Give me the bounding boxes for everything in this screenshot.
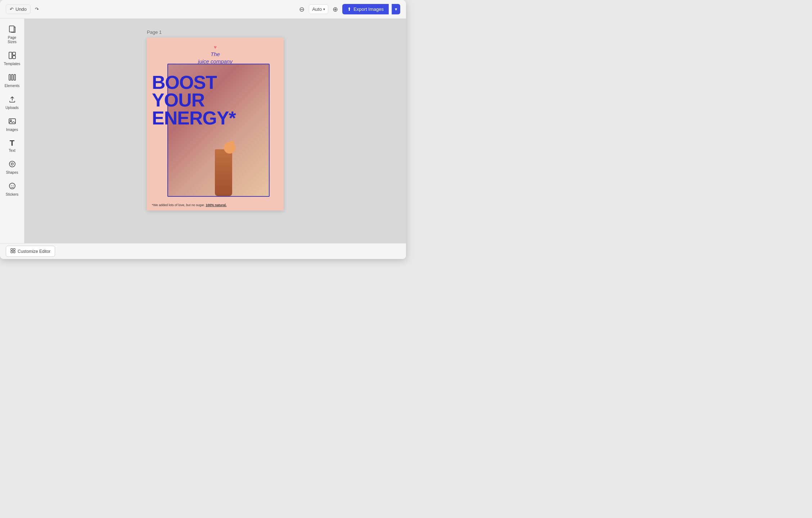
sidebar-label-elements: Elements (5, 84, 20, 88)
svg-rect-16 (11, 251, 13, 253)
sidebar-label-uploads: Uploads (5, 106, 19, 110)
canvas-footnote: *We added lots of love, but no sugar. 10… (152, 203, 279, 207)
svg-rect-17 (13, 251, 15, 253)
sidebar-item-shapes[interactable]: Shapes (1, 157, 23, 178)
stickers-icon (8, 182, 16, 191)
sidebar-item-text[interactable]: T Text (1, 136, 23, 156)
headline-line1: BOOST (152, 74, 236, 91)
toolbar-right: ⊖ Auto ▾ ⊕ ⬆ Export Images ▾ (298, 4, 400, 15)
heart-icon: ♥ (147, 44, 284, 50)
sidebar-label-shapes: Shapes (6, 171, 18, 175)
sidebar-item-templates[interactable]: Templates (1, 49, 23, 69)
svg-point-9 (9, 161, 15, 167)
canvas-area[interactable]: Page 1 ♥ The juice company (24, 19, 406, 243)
svg-rect-3 (13, 56, 15, 59)
design-canvas[interactable]: ♥ The juice company (147, 38, 284, 210)
redo-icon: ↷ (35, 6, 39, 12)
brand-line1: The (147, 51, 284, 58)
footnote-bold: 100% natural. (206, 203, 226, 207)
svg-rect-5 (12, 74, 13, 80)
sidebar-item-images[interactable]: Images (1, 114, 23, 135)
elements-icon (8, 73, 16, 82)
sidebar-label-text: Text (9, 149, 15, 153)
svg-rect-14 (11, 249, 13, 250)
sidebar-item-stickers[interactable]: Stickers (1, 179, 23, 200)
svg-point-13 (13, 185, 13, 186)
canvas-logo: ♥ The juice company (147, 38, 284, 65)
sidebar-label-page-sizes: Page Sizes (4, 36, 21, 44)
footnote-normal: *We added lots of love, but no sugar. (152, 203, 206, 207)
export-dropdown-button[interactable]: ▾ (392, 4, 400, 14)
undo-button[interactable]: ↶ Undo (6, 4, 31, 14)
shapes-icon (8, 160, 16, 169)
zoom-in-icon: ⊕ (333, 6, 338, 13)
toolbar: ↶ Undo ↷ ⊖ Auto ▾ ⊕ ⬆ Export Images ▾ (0, 0, 406, 19)
svg-rect-6 (14, 74, 15, 80)
images-icon (8, 117, 16, 126)
svg-rect-0 (9, 26, 14, 32)
customize-label: Customize Editor (18, 249, 50, 254)
sidebar: Page Sizes Templates Elements (0, 19, 24, 243)
page-sizes-icon (8, 25, 16, 34)
zoom-selector[interactable]: Auto ▾ (309, 4, 328, 14)
uploads-icon (8, 95, 16, 104)
zoom-out-button[interactable]: ⊖ (298, 4, 306, 15)
export-label: Export Images (353, 6, 384, 12)
bottom-bar: Customize Editor (0, 243, 406, 259)
zoom-dropdown-icon: ▾ (323, 7, 325, 11)
export-button[interactable]: ⬆ Export Images (342, 4, 389, 14)
canvas-headline: BOOST YOUR ENERGY* (152, 74, 236, 127)
text-icon: T (10, 139, 14, 147)
svg-rect-2 (13, 52, 15, 55)
canvas-wrapper: Page 1 ♥ The juice company (147, 29, 284, 210)
sidebar-label-images: Images (6, 128, 18, 132)
redo-button[interactable]: ↷ (32, 5, 42, 14)
templates-icon (8, 51, 16, 60)
zoom-in-button[interactable]: ⊕ (331, 4, 339, 15)
svg-rect-4 (9, 74, 10, 80)
zoom-out-icon: ⊖ (299, 6, 304, 13)
customize-editor-button[interactable]: Customize Editor (6, 246, 55, 257)
svg-point-12 (11, 185, 12, 186)
sidebar-label-stickers: Stickers (6, 192, 19, 197)
svg-rect-1 (9, 52, 12, 59)
sidebar-item-elements[interactable]: Elements (1, 71, 23, 91)
sidebar-label-templates: Templates (4, 62, 21, 66)
undo-icon: ↶ (10, 6, 14, 12)
svg-rect-7 (9, 119, 15, 124)
toolbar-left: ↶ Undo ↷ (6, 4, 42, 14)
export-dropdown-icon: ▾ (395, 6, 397, 12)
svg-point-10 (11, 163, 13, 165)
zoom-value: Auto (312, 6, 322, 12)
headline-line3: ENERGY* (152, 109, 236, 127)
headline-line2: YOUR (152, 91, 236, 109)
sidebar-item-page-sizes[interactable]: Page Sizes (1, 22, 23, 47)
sidebar-item-uploads[interactable]: Uploads (1, 92, 23, 113)
main-area: Page Sizes Templates Elements (0, 19, 406, 243)
svg-rect-15 (13, 249, 15, 250)
brand-text: The juice company (147, 51, 284, 65)
page-label: Page 1 (147, 29, 162, 35)
svg-point-11 (9, 183, 15, 189)
customize-icon (10, 248, 15, 254)
export-icon: ⬆ (347, 6, 351, 12)
undo-label: Undo (15, 6, 27, 12)
